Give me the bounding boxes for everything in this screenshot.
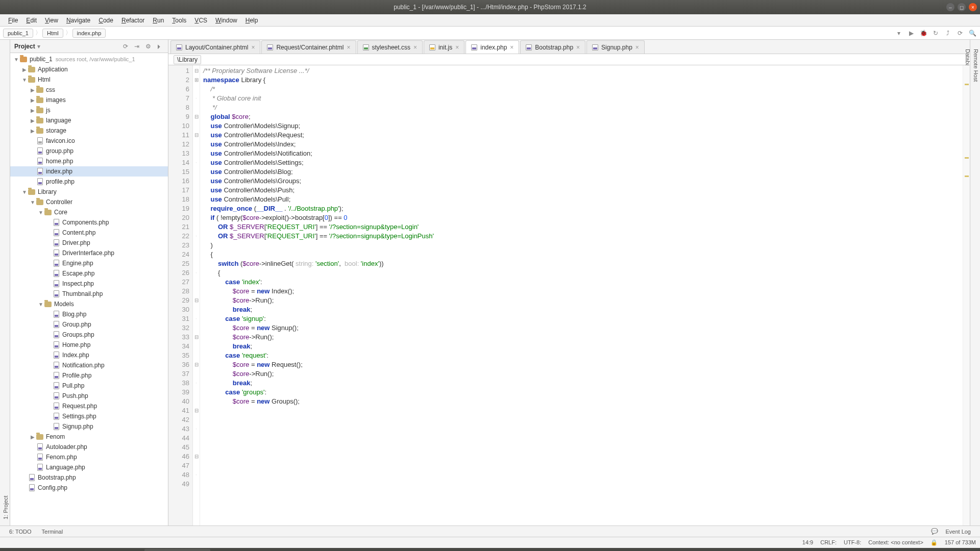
status-memory[interactable]: 157 of 733M bbox=[945, 539, 976, 546]
update-icon[interactable]: ⟳ bbox=[955, 29, 965, 38]
tree-item-push-php[interactable]: Push.php bbox=[10, 391, 168, 401]
taskbar-menu-button[interactable]: ◎ Меню bbox=[3, 549, 38, 551]
tree-item-home-php[interactable]: Home.php bbox=[10, 340, 168, 350]
close-icon[interactable]: × bbox=[635, 44, 639, 51]
debug-icon[interactable]: 🐞 bbox=[919, 29, 928, 38]
tree-item-library[interactable]: ▼Library bbox=[10, 187, 168, 197]
expander-icon[interactable]: ▶ bbox=[21, 67, 28, 72]
bottom-tab-terminal[interactable]: Terminal bbox=[37, 528, 68, 536]
minimize-button[interactable]: – bbox=[946, 3, 954, 11]
tree-item-escape-php[interactable]: Escape.php bbox=[10, 268, 168, 279]
tree-item-pull-php[interactable]: Pull.php bbox=[10, 381, 168, 391]
expander-icon[interactable]: ▼ bbox=[21, 189, 28, 195]
project-tree[interactable]: ▼public_1sources root, /var/www/public_1… bbox=[10, 53, 168, 525]
tree-item-config-php[interactable]: Config.php bbox=[10, 483, 168, 493]
menu-window[interactable]: Window bbox=[211, 16, 241, 25]
expander-icon[interactable]: ▶ bbox=[30, 97, 36, 103]
tree-item-group-php[interactable]: Group.php bbox=[10, 319, 168, 330]
taskbar-files-icon[interactable]: 🗂 bbox=[50, 549, 62, 551]
taskbar-app-chrome[interactable]: 🌐 Upload | PhpSto... bbox=[74, 549, 144, 551]
tree-item-driverinterface-php[interactable]: DriverInterface.php bbox=[10, 248, 168, 258]
tree-item-js[interactable]: ▶js bbox=[10, 105, 168, 115]
close-icon[interactable]: × bbox=[413, 44, 417, 51]
close-icon[interactable]: × bbox=[347, 44, 351, 51]
editor-tab-layout-container-phtml[interactable]: Layout/Container.phtml× bbox=[170, 40, 260, 54]
search-icon[interactable]: 🔍 bbox=[968, 29, 977, 38]
tree-item-profile-php[interactable]: profile.php bbox=[10, 177, 168, 187]
taskbar-terminal-icon[interactable]: ▣ bbox=[62, 549, 74, 551]
menu-refactor[interactable]: Refactor bbox=[117, 16, 149, 25]
menu-edit[interactable]: Edit bbox=[22, 16, 41, 25]
tree-item-signup-php[interactable]: Signup.php bbox=[10, 421, 168, 432]
menu-help[interactable]: Help bbox=[241, 16, 262, 25]
status-context[interactable]: Context: <no context> bbox=[868, 539, 923, 546]
tree-item-inspect-php[interactable]: Inspect.php bbox=[10, 279, 168, 289]
tree-item-fenom[interactable]: ▶Fenom bbox=[10, 432, 168, 442]
close-icon[interactable]: × bbox=[510, 44, 513, 51]
menu-view[interactable]: View bbox=[41, 16, 62, 25]
tree-item-images[interactable]: ▶images bbox=[10, 95, 168, 105]
expander-icon[interactable]: ▶ bbox=[30, 108, 36, 113]
menu-vcs[interactable]: VCS bbox=[190, 16, 211, 25]
close-icon[interactable]: × bbox=[251, 44, 255, 51]
tree-item-storage[interactable]: ▶storage bbox=[10, 126, 168, 136]
tree-item-language-php[interactable]: Language.php bbox=[10, 462, 168, 472]
close-button[interactable]: × bbox=[969, 3, 977, 11]
tree-item-controller[interactable]: ▼Controller bbox=[10, 197, 168, 207]
tree-item-core[interactable]: ▼Core bbox=[10, 207, 168, 217]
taskbar-show-desktop-icon[interactable]: ▭ bbox=[38, 549, 50, 551]
close-icon[interactable]: × bbox=[455, 44, 459, 51]
lock-icon[interactable]: 🔒 bbox=[930, 539, 938, 546]
run-icon[interactable]: ▶ bbox=[906, 29, 916, 38]
tree-item-home-php[interactable]: home.php bbox=[10, 156, 168, 166]
upload-icon[interactable]: ⤴ bbox=[943, 29, 952, 38]
tree-item-models[interactable]: ▼Models bbox=[10, 299, 168, 309]
taskbar-app-phpstorm[interactable]: ◧ public_1 - [/var/... bbox=[144, 549, 210, 551]
editor-tab-stylesheet-css[interactable]: stylesheet.css× bbox=[357, 40, 423, 54]
left-tab-project[interactable]: 1: Project bbox=[2, 50, 10, 525]
tree-item-css[interactable]: ▶css bbox=[10, 85, 168, 95]
editor-tab-bootstrap-php[interactable]: Bootstrap.php× bbox=[520, 40, 585, 54]
tree-item-public-1[interactable]: ▼public_1sources root, /var/www/public_1 bbox=[10, 54, 168, 64]
tree-item-profile-php[interactable]: Profile.php bbox=[10, 370, 168, 381]
tree-item-notification-php[interactable]: Notification.php bbox=[10, 360, 168, 370]
right-tab-remote-host[interactable]: Remote Host bbox=[972, 43, 980, 525]
panel-sync-icon[interactable]: ⟳ bbox=[121, 42, 130, 51]
menu-navigate[interactable]: Navigate bbox=[62, 16, 94, 25]
tree-item-engine-php[interactable]: Engine.php bbox=[10, 258, 168, 268]
bottom-tab-todo[interactable]: 6: TODO bbox=[4, 528, 37, 536]
build-dropdown-icon[interactable]: ▾ bbox=[894, 29, 903, 38]
tree-item-favicon-ico[interactable]: favicon.ico bbox=[10, 136, 168, 146]
menu-tools[interactable]: Tools bbox=[168, 16, 190, 25]
panel-settings-icon[interactable]: ⚙ bbox=[143, 42, 153, 51]
rerun-icon[interactable]: ↻ bbox=[931, 29, 940, 38]
menu-code[interactable]: Code bbox=[94, 16, 117, 25]
tree-item-request-php[interactable]: Request.php bbox=[10, 401, 168, 411]
editor-tab-signup-php[interactable]: Signup.php× bbox=[586, 40, 645, 54]
tree-item-components-php[interactable]: Components.php bbox=[10, 217, 168, 228]
editor-breadcrumb[interactable]: \Library bbox=[168, 54, 970, 65]
editor-tab-init-js[interactable]: init.js× bbox=[424, 40, 464, 54]
menu-run[interactable]: Run bbox=[149, 16, 168, 25]
tree-item-language[interactable]: ▶language bbox=[10, 115, 168, 126]
left-tab-structure[interactable]: 7: Structure bbox=[0, 50, 2, 525]
overview-ruler[interactable] bbox=[963, 65, 970, 525]
expander-icon[interactable]: ▼ bbox=[38, 302, 44, 307]
tree-item-application[interactable]: ▶Application bbox=[10, 64, 168, 74]
tree-item-index-php[interactable]: Index.php bbox=[10, 350, 168, 360]
tree-item-blog-php[interactable]: Blog.php bbox=[10, 309, 168, 319]
tree-item-group-php[interactable]: group.php bbox=[10, 146, 168, 156]
tree-item-driver-php[interactable]: Driver.php bbox=[10, 238, 168, 248]
tree-item-bootstrap-php[interactable]: Bootstrap.php bbox=[10, 472, 168, 483]
tree-item-content-php[interactable]: Content.php bbox=[10, 228, 168, 238]
expander-icon[interactable]: ▼ bbox=[38, 210, 44, 215]
bottom-tab-event-log[interactable]: Event Log bbox=[940, 528, 976, 536]
expander-icon[interactable]: ▼ bbox=[30, 199, 36, 205]
tree-item-groups-php[interactable]: Groups.php bbox=[10, 330, 168, 340]
breadcrumb-2[interactable]: index.php bbox=[72, 29, 106, 38]
tree-item-settings-php[interactable]: Settings.php bbox=[10, 411, 168, 421]
tree-item-thumbnail-php[interactable]: Thumbnail.php bbox=[10, 289, 168, 299]
breadcrumb-1[interactable]: Html bbox=[42, 29, 63, 38]
editor-tab-index-php[interactable]: index.php× bbox=[465, 40, 519, 54]
expander-icon[interactable]: ▼ bbox=[13, 57, 19, 62]
